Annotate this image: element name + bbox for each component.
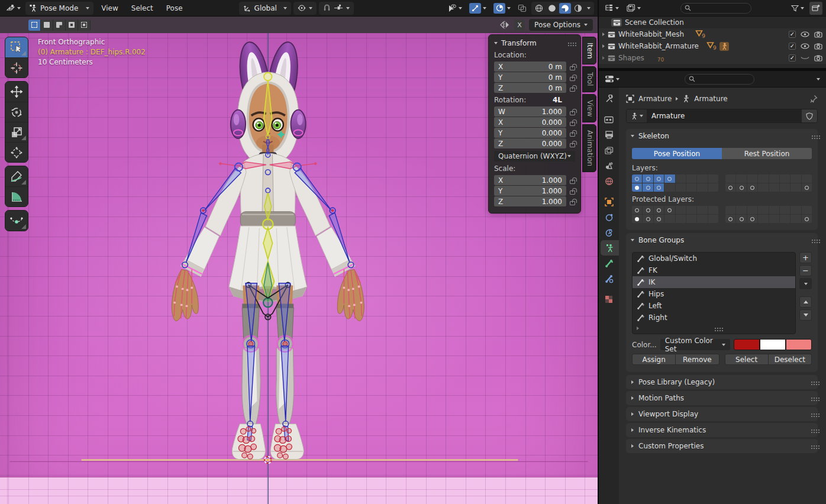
scale-y-field[interactable]: Y1.000 — [494, 186, 566, 196]
shading-rendered-button[interactable] — [572, 3, 584, 14]
tool-annotate[interactable] — [5, 166, 28, 186]
grip-icon[interactable] — [568, 43, 569, 44]
selectable-checkbox[interactable]: ✓ — [789, 54, 796, 62]
expand-icon[interactable] — [637, 327, 639, 330]
layer-cell[interactable] — [664, 183, 675, 192]
layer-cell[interactable] — [790, 175, 801, 183]
outliner-filter-button[interactable] — [789, 2, 806, 15]
tab-render-properties[interactable] — [599, 112, 619, 127]
select-button[interactable]: Select — [725, 354, 769, 365]
layer-cell[interactable] — [758, 183, 768, 192]
layer-cell[interactable] — [802, 206, 812, 214]
tab-tool[interactable]: Tool — [582, 66, 596, 92]
selectable-checkbox[interactable]: ✓ — [789, 31, 796, 38]
tab-texture-properties[interactable] — [599, 292, 619, 307]
grip-icon[interactable] — [811, 429, 812, 431]
layer-cell[interactable] — [632, 183, 642, 192]
tool-cursor[interactable] — [5, 57, 28, 77]
mode-dropdown[interactable]: Pose Mode — [25, 2, 93, 15]
grip-icon[interactable] — [812, 135, 813, 137]
layer-cell[interactable] — [643, 215, 653, 223]
tab-bone-properties[interactable] — [599, 256, 619, 271]
layer-cell[interactable] — [686, 206, 696, 214]
layer-cell[interactable] — [643, 183, 653, 192]
bone-group-item[interactable]: Right — [633, 312, 795, 324]
layer-cell[interactable] — [708, 206, 718, 214]
lock-icon[interactable] — [570, 122, 575, 126]
outliner-row-scene-collection[interactable]: Scene Collection — [599, 17, 826, 28]
layer-cell[interactable] — [654, 175, 664, 183]
tab-item[interactable]: Item — [582, 37, 596, 64]
tool-transform[interactable] — [5, 142, 28, 162]
tool-select-box[interactable] — [5, 37, 28, 57]
layer-cell[interactable] — [802, 183, 812, 192]
layer-cell[interactable] — [664, 215, 675, 223]
layer-cell[interactable] — [654, 183, 664, 192]
location-y-field[interactable]: Y0 m — [494, 72, 566, 82]
layer-cell[interactable] — [790, 183, 801, 192]
camera-icon[interactable] — [814, 43, 822, 50]
deselect-button[interactable]: Deselect — [769, 354, 812, 365]
layer-cell[interactable] — [697, 215, 707, 223]
properties-search-input[interactable] — [685, 74, 754, 85]
transform-panel-header[interactable]: Transform — [494, 39, 575, 47]
swatch-active[interactable] — [786, 339, 812, 350]
color-set-dropdown[interactable]: Custom Color Set — [660, 339, 730, 350]
layer-cell[interactable] — [708, 215, 718, 223]
menu-view[interactable]: View — [96, 2, 123, 15]
properties-options-chevron[interactable] — [817, 78, 820, 80]
layer-cell[interactable] — [780, 206, 790, 214]
lock-icon[interactable] — [570, 77, 575, 81]
tool-move[interactable] — [5, 82, 28, 102]
expand-icon[interactable] — [602, 56, 605, 60]
id-type-dropdown[interactable] — [627, 109, 647, 122]
layer-cell[interactable] — [725, 183, 735, 192]
tab-view[interactable]: View — [582, 94, 596, 122]
layer-cell[interactable] — [780, 183, 790, 192]
layer-cell[interactable] — [747, 206, 757, 214]
layer-cell[interactable] — [697, 183, 707, 192]
rotation-x-field[interactable]: X0.000 — [494, 117, 566, 127]
tab-object-properties[interactable] — [599, 194, 619, 209]
rotation-mode-dropdown[interactable]: Quaternion (WXYZ) — [494, 151, 575, 161]
grip-icon[interactable] — [811, 445, 812, 447]
layer-cell[interactable] — [676, 183, 686, 192]
outliner-editor-type-button[interactable] — [602, 2, 621, 15]
tab-object-data-properties[interactable] — [601, 240, 619, 256]
bone-group-item[interactable]: Left — [633, 300, 795, 312]
outliner-display-mode-button[interactable] — [624, 2, 643, 15]
lock-icon[interactable] — [570, 180, 575, 184]
layer-cell[interactable] — [632, 175, 642, 183]
pose-options-dropdown[interactable]: Pose Options — [529, 19, 593, 31]
panel-custom-properties[interactable]: Custom Properties — [626, 439, 818, 453]
editor-type-button[interactable] — [4, 2, 23, 15]
scale-x-field[interactable]: X1.000 — [494, 175, 566, 185]
outliner-row-mesh[interactable]: WhiteRabbit_Mesh 9 ✓ — [599, 28, 826, 40]
layer-cell[interactable] — [686, 215, 696, 223]
move-down-button[interactable] — [799, 309, 812, 321]
viewport-3d[interactable]: X Pose Options — [0, 17, 598, 504]
layer-cell[interactable] — [632, 215, 642, 223]
object-visibility-dropdown[interactable] — [445, 2, 464, 15]
layer-cell[interactable] — [664, 175, 675, 183]
layer-cell[interactable] — [769, 206, 779, 214]
layer-cell[interactable] — [780, 175, 790, 183]
assign-button[interactable]: Assign — [632, 354, 676, 365]
bone-group-item[interactable]: Global/Switch — [633, 253, 795, 264]
tab-output-properties[interactable] — [599, 127, 619, 143]
x-mirror-toggle[interactable]: X — [514, 20, 525, 30]
select-intersect-button[interactable] — [78, 20, 91, 31]
layer-cell[interactable] — [758, 175, 768, 183]
select-invert-button[interactable] — [66, 20, 78, 31]
outliner-search-input[interactable] — [680, 3, 751, 14]
skeleton-panel-header[interactable]: Skeleton — [626, 129, 818, 143]
tool-rotate[interactable] — [5, 102, 28, 122]
layer-cell[interactable] — [676, 215, 686, 223]
layer-cell[interactable] — [676, 175, 686, 183]
bone-group-item-selected[interactable]: IK — [633, 276, 795, 288]
pose-position-button[interactable]: Pose Position — [632, 148, 722, 159]
location-z-field[interactable]: Z0 m — [494, 83, 566, 93]
panel-motion-paths[interactable]: Motion Paths — [626, 391, 818, 405]
layer-cell[interactable] — [643, 206, 653, 214]
panel-inverse-kinematics[interactable]: Inverse Kinematics — [626, 423, 818, 437]
